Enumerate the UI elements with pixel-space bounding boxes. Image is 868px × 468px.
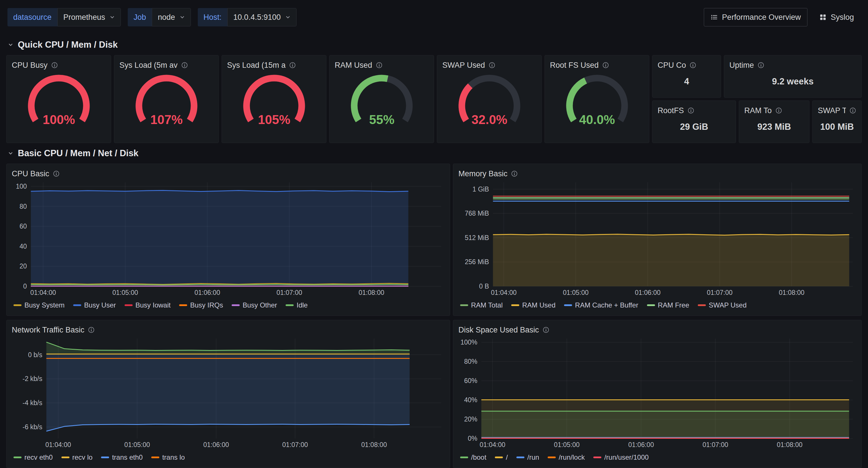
panel-header[interactable]: Sys Load (15m a bbox=[227, 59, 321, 71]
panel-header[interactable]: Root FS Used bbox=[550, 59, 644, 71]
legend-item[interactable]: /run/lock bbox=[548, 454, 585, 461]
svg-text:60: 60 bbox=[20, 222, 27, 230]
panel-header[interactable]: CPU Basic bbox=[12, 167, 445, 180]
legend-label: SWAP Used bbox=[709, 301, 747, 309]
legend-item[interactable]: Busy IRQs bbox=[179, 301, 223, 309]
svg-text:01:07:00: 01:07:00 bbox=[702, 441, 728, 448]
panel-header[interactable]: RAM Used bbox=[335, 59, 429, 71]
panel-root-fs-used: Root FS Used 40.0% bbox=[545, 55, 649, 143]
stat-ram-total: RAM To 923 MiB bbox=[739, 100, 809, 143]
info-icon[interactable] bbox=[181, 62, 188, 69]
variable-datasource-value[interactable]: Prometheus bbox=[57, 8, 121, 26]
variable-job-value[interactable]: node bbox=[152, 8, 191, 26]
legend-swatch bbox=[101, 457, 109, 458]
network-traffic-basic-chart[interactable]: -6 kb/s-4 kb/s-2 kb/s0 b/s01:04:0001:05:… bbox=[12, 336, 445, 450]
legend-item[interactable]: RAM Total bbox=[460, 301, 503, 309]
svg-text:32.0%: 32.0% bbox=[471, 113, 507, 127]
disk-space-used-basic-chart[interactable]: 0%20%40%60%80%100%01:04:0001:05:0001:06:… bbox=[458, 336, 856, 450]
variable-host: Host: 10.0.4.5:9100 bbox=[198, 8, 297, 26]
cpu-basic-chart[interactable]: 02040608010001:04:0001:05:0001:06:0001:0… bbox=[12, 180, 445, 298]
info-icon[interactable] bbox=[542, 326, 549, 333]
svg-text:-2 kb/s: -2 kb/s bbox=[22, 375, 42, 382]
legend-item[interactable]: /run bbox=[516, 454, 539, 461]
info-icon[interactable] bbox=[757, 62, 764, 69]
legend-swatch bbox=[511, 304, 519, 306]
info-icon[interactable] bbox=[775, 107, 782, 114]
legend-item[interactable]: SWAP Used bbox=[698, 301, 747, 309]
rootfs-used-gauge: 40.0% bbox=[561, 73, 633, 137]
syslog-button[interactable]: Syslog bbox=[813, 8, 861, 26]
info-icon[interactable] bbox=[689, 62, 696, 69]
svg-text:100: 100 bbox=[16, 183, 27, 190]
legend-item[interactable]: /run/user/1000 bbox=[593, 454, 649, 461]
legend-swatch bbox=[231, 304, 240, 306]
performance-overview-button[interactable]: Performance Overview bbox=[704, 8, 807, 26]
legend-item[interactable]: Busy User bbox=[73, 301, 116, 309]
info-icon[interactable] bbox=[53, 170, 60, 177]
chevron-down-icon bbox=[180, 14, 185, 20]
legend-item[interactable]: Busy Other bbox=[231, 301, 277, 309]
stat-value: 9.2 weeks bbox=[730, 71, 856, 94]
legend-label: RAM Used bbox=[522, 301, 555, 309]
legend-item[interactable]: / bbox=[495, 454, 508, 461]
panel-header[interactable]: SWAP T bbox=[818, 104, 856, 117]
info-icon[interactable] bbox=[849, 107, 856, 114]
info-icon[interactable] bbox=[289, 62, 296, 69]
stat-value: 923 MiB bbox=[744, 117, 804, 139]
legend-item[interactable]: Busy System bbox=[13, 301, 65, 309]
section-basic-cpu-mem-net-disk[interactable]: Basic CPU / Mem / Net / Disk bbox=[6, 143, 862, 164]
svg-text:01:06:00: 01:06:00 bbox=[635, 289, 661, 296]
svg-text:01:08:00: 01:08:00 bbox=[361, 441, 387, 448]
panel-title: SWAP Used bbox=[442, 61, 485, 70]
info-icon[interactable] bbox=[511, 170, 518, 177]
legend-item[interactable]: RAM Cache + Buffer bbox=[564, 301, 638, 309]
stat-cpu-cores: CPU Co 4 bbox=[652, 55, 721, 98]
panel-title: Root FS Used bbox=[550, 61, 599, 70]
legend-item[interactable]: /boot bbox=[460, 454, 486, 461]
memory-basic-legend: RAM TotalRAM UsedRAM Cache + BufferRAM F… bbox=[458, 298, 856, 312]
sys-load-5m-gauge: 107% bbox=[131, 73, 203, 137]
panel-header[interactable]: SWAP Used bbox=[442, 59, 536, 71]
info-icon[interactable] bbox=[489, 62, 495, 69]
info-icon[interactable] bbox=[687, 107, 694, 114]
panel-header[interactable]: RootFS bbox=[658, 104, 731, 117]
panel-header[interactable]: RAM To bbox=[744, 104, 804, 117]
panel-header[interactable]: Network Traffic Basic bbox=[12, 323, 445, 336]
legend-swatch bbox=[151, 457, 159, 458]
legend-label: RAM Cache + Buffer bbox=[575, 301, 638, 309]
legend-item[interactable]: trans eth0 bbox=[101, 454, 143, 461]
panel-header[interactable]: Memory Basic bbox=[458, 167, 856, 180]
legend-item[interactable]: Busy Iowait bbox=[125, 301, 171, 309]
info-icon[interactable] bbox=[88, 326, 95, 333]
memory-basic-chart[interactable]: 0 B256 MiB512 MiB768 MiB1 GiB01:04:0001:… bbox=[458, 180, 856, 298]
legend-item[interactable]: trans lo bbox=[151, 454, 185, 461]
legend-label: Busy Iowait bbox=[135, 301, 171, 309]
legend-swatch bbox=[179, 304, 187, 306]
panel-header[interactable]: CPU Busy bbox=[12, 59, 105, 71]
svg-text:01:04:00: 01:04:00 bbox=[491, 289, 517, 296]
variable-host-value[interactable]: 10.0.4.5:9100 bbox=[227, 8, 297, 26]
info-icon[interactable] bbox=[51, 62, 58, 69]
svg-text:105%: 105% bbox=[258, 113, 290, 127]
panel-header[interactable]: Uptime bbox=[730, 59, 856, 71]
panel-network-traffic-basic: Network Traffic Basic -6 kb/s-4 kb/s-2 k… bbox=[6, 320, 450, 468]
section-quick-cpu-mem-disk[interactable]: Quick CPU / Mem / Disk bbox=[6, 34, 862, 55]
svg-text:0: 0 bbox=[23, 283, 27, 290]
legend-label: /run/user/1000 bbox=[604, 454, 649, 461]
svg-text:768 MiB: 768 MiB bbox=[465, 210, 489, 217]
panel-header[interactable]: Disk Space Used Basic bbox=[458, 323, 856, 336]
legend-swatch bbox=[286, 304, 293, 306]
panel-header[interactable]: CPU Co bbox=[658, 59, 716, 71]
legend-item[interactable]: RAM Used bbox=[511, 301, 555, 309]
disk-space-used-basic-legend: /boot//run/run/lock/run/user/1000 bbox=[458, 450, 856, 464]
legend-item[interactable]: recv eth0 bbox=[13, 454, 53, 461]
svg-text:01:08:00: 01:08:00 bbox=[359, 289, 384, 296]
svg-text:40%: 40% bbox=[464, 396, 477, 404]
legend-item[interactable]: Idle bbox=[286, 301, 308, 309]
info-icon[interactable] bbox=[602, 62, 609, 69]
legend-item[interactable]: RAM Free bbox=[647, 301, 689, 309]
panel-title: Network Traffic Basic bbox=[12, 325, 84, 335]
legend-item[interactable]: recv lo bbox=[61, 454, 93, 461]
panel-header[interactable]: Sys Load (5m av bbox=[119, 59, 213, 71]
info-icon[interactable] bbox=[376, 62, 383, 69]
